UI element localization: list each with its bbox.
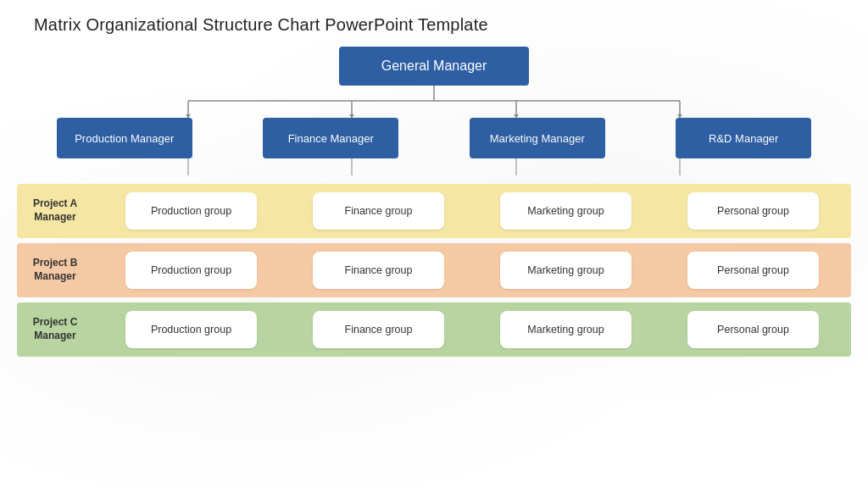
cell-b-personal: Personal group: [687, 252, 819, 289]
top-connector-svg: [103, 86, 765, 118]
cell-b-production: Production group: [125, 252, 257, 289]
top-box-row: General Manager: [17, 47, 851, 86]
cell-c-finance: Finance group: [313, 311, 444, 348]
cell-c-marketing: Marketing group: [500, 311, 632, 348]
cell-a-marketing: Marketing group: [500, 192, 632, 230]
project-c-cells: Production group Finance group Marketing…: [93, 302, 851, 357]
cell-b-finance: Finance group: [313, 252, 444, 289]
managers-row: Production Manager Finance Manager Marke…: [17, 118, 851, 158]
manager-box-marketing: Marketing Manager: [470, 118, 605, 158]
svg-marker-7: [349, 114, 354, 118]
general-manager-box: General Manager: [339, 47, 530, 86]
project-a-cells: Production group Finance group Marketing…: [93, 184, 851, 238]
project-c-label: Project CManager: [17, 302, 93, 357]
project-rows: Project AManager Production group Financ…: [17, 184, 851, 357]
cell-c-production: Production group: [125, 311, 257, 348]
manager-box-production: Production Manager: [57, 118, 192, 158]
svg-marker-8: [514, 114, 519, 118]
manager-connectors: [103, 158, 765, 175]
project-b-label: Project BManager: [17, 243, 93, 297]
slide-title: Matrix Organizational Structure Chart Po…: [0, 0, 868, 35]
slide: Matrix Organizational Structure Chart Po…: [0, 0, 868, 488]
project-a-label: Project AManager: [17, 184, 93, 238]
cell-a-personal: Personal group: [687, 192, 819, 230]
project-row-b: Project BManager Production group Financ…: [17, 243, 851, 297]
svg-marker-9: [677, 114, 682, 118]
manager-connector-svg: [103, 158, 765, 175]
chart-area: General Manager Produc: [17, 47, 851, 480]
project-row-a: Project AManager Production group Financ…: [17, 184, 851, 238]
cell-b-marketing: Marketing group: [500, 252, 632, 289]
svg-marker-6: [186, 114, 191, 118]
project-row-c: Project CManager Production group Financ…: [17, 302, 851, 357]
top-connectors: [103, 86, 765, 118]
manager-box-finance: Finance Manager: [263, 118, 398, 158]
project-b-cells: Production group Finance group Marketing…: [93, 243, 851, 297]
cell-c-personal: Personal group: [687, 311, 819, 348]
cell-a-production: Production group: [125, 192, 257, 230]
cell-a-finance: Finance group: [313, 192, 444, 230]
manager-box-rd: R&D Manager: [676, 118, 811, 158]
